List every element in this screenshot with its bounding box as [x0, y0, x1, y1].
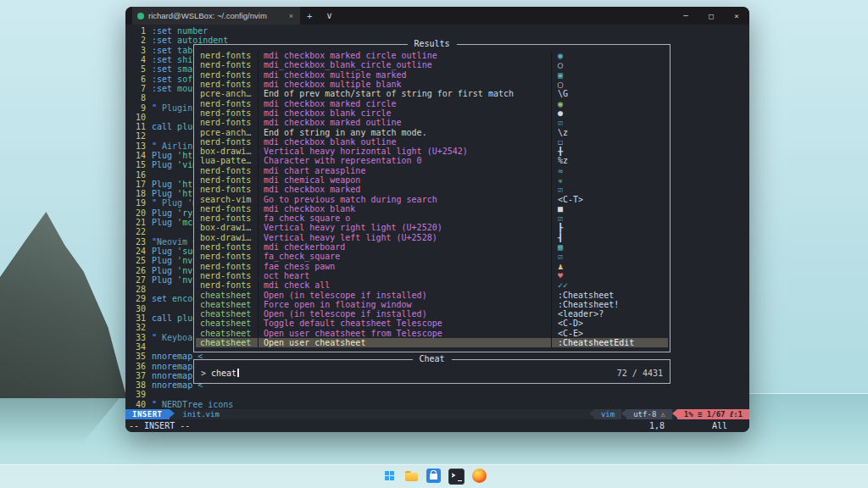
results-row[interactable]: cheatsheetOpen (in telescope if installe… [196, 290, 668, 299]
titlebar[interactable]: richard@WSLBox: ~/.config/nvim × + ∨ ─ □… [125, 7, 749, 25]
results-row[interactable]: search-vimGo to previous match during se… [196, 194, 668, 203]
result-value: ☑ [551, 185, 668, 194]
tab-close-icon[interactable]: × [287, 12, 295, 20]
powerline-separator [170, 409, 175, 418]
line-number: 14 [129, 151, 146, 160]
results-row[interactable]: nerd-fontsfae_chess_pawn♟ [196, 262, 668, 271]
windows-terminal-icon[interactable] [448, 469, 465, 485]
results-row[interactable]: nerd-fontsmdi_check_all✓✓ [196, 280, 668, 290]
results-row[interactable]: nerd-fontsmdi_checkbox_blank_circle_outl… [196, 60, 668, 69]
search-input[interactable]: cheat [211, 369, 236, 378]
result-section: cheatsheet [196, 290, 258, 299]
results-row[interactable]: cheatsheetToggle default cheatsheet Tele… [196, 319, 668, 328]
line-number: 19 [129, 198, 146, 208]
results-row[interactable]: pcre-anch…End of string in any match mod… [196, 127, 668, 136]
results-row[interactable]: nerd-fontsmdi_checkbox_marked_circle_out… [196, 51, 668, 60]
line-number: 5 [129, 64, 146, 74]
line-number: 21 [129, 218, 146, 227]
result-value: ☐ [551, 137, 668, 147]
result-section: nerd-fonts [196, 204, 258, 214]
results-row[interactable]: nerd-fontsfa_check_square_o☑ [196, 214, 668, 223]
editor-line: 40" NERDTree icons [129, 400, 748, 409]
results-row[interactable]: nerd-fontsmdi_chemical_weapon☣ [196, 175, 668, 185]
terminal-tab[interactable]: richard@WSLBox: ~/.config/nvim × [132, 7, 300, 25]
line-number: 31 [129, 313, 146, 323]
results-row[interactable]: nerd-fontsoct_heart♥ [196, 271, 668, 280]
result-section: nerd-fonts [196, 280, 258, 290]
line-number: 28 [129, 285, 146, 294]
results-row[interactable]: nerd-fontsmdi_checkbox_multiple_marked▣ [196, 70, 668, 80]
result-value: ▦ [551, 242, 668, 252]
results-row[interactable]: nerd-fontsmdi_checkbox_multiple_blank▢ [196, 80, 668, 89]
result-section: nerd-fonts [196, 108, 258, 118]
taskbar-icons [382, 469, 487, 485]
result-value: ○ [551, 60, 668, 69]
result-value: <C-D> [551, 319, 668, 328]
match-counter: 72 / 4431 [617, 369, 663, 378]
maximize-button[interactable]: □ [698, 7, 724, 25]
results-row[interactable]: pcre-anch…End of prev match/start of str… [196, 89, 668, 98]
terminal-content[interactable]: 1:set number2:set autoindent3:set tabst4… [125, 25, 749, 432]
result-description: Toggle default cheatsheet Telescope [258, 319, 551, 328]
result-section: box-drawi… [196, 223, 258, 232]
results-row[interactable]: nerd-fontsfa_check_square☑ [196, 252, 668, 261]
results-row[interactable]: cheatsheetOpen user cheatsheet from Tele… [196, 329, 668, 338]
results-row[interactable]: cheatsheetForce open in floating window:… [196, 300, 668, 309]
line-number: 33 [129, 333, 146, 342]
results-row[interactable]: nerd-fontsmdi_checkbox_marked_outline☑ [196, 118, 668, 127]
text-cursor [237, 369, 239, 377]
filetype-segment: vim [594, 409, 621, 419]
result-value: ▢ [551, 80, 668, 89]
result-section: nerd-fonts [196, 60, 258, 69]
firefox-icon[interactable] [472, 469, 487, 483]
results-row[interactable]: box-drawi…Vertical heavy left light (U+2… [196, 233, 668, 242]
result-section: nerd-fonts [196, 137, 258, 147]
result-description: mdi_chart_areaspline [258, 166, 551, 175]
results-row[interactable]: nerd-fontsmdi_checkbox_blank_circle● [196, 108, 668, 118]
minimize-button[interactable]: ─ [673, 7, 698, 25]
results-row[interactable]: cheatsheetOpen (in telescope if installe… [196, 309, 668, 319]
statusline: INSERT init.vim vim utf-8 ⚠ 1% ≡ 1/67 ℓ:… [125, 409, 749, 419]
results-row[interactable]: box-drawi…Vertical heavy horizontal ligh… [196, 147, 668, 156]
tab-title: richard@WSLBox: ~/.config/nvim [148, 11, 283, 20]
result-description: mdi_checkbox_multiple_marked [258, 70, 551, 80]
result-section: nerd-fonts [196, 185, 258, 194]
results-row[interactable]: nerd-fontsmdi_checkbox_blank_outline☐ [196, 137, 668, 147]
result-description: mdi_checkbox_marked_circle_outline [258, 51, 551, 60]
result-description: mdi_checkbox_blank_circle [258, 108, 551, 118]
prompt-window[interactable]: Cheat > cheat 72 / 4431 [193, 359, 670, 384]
close-button[interactable]: × [724, 7, 749, 25]
result-value: ┨ [551, 233, 668, 242]
windows-start-icon[interactable] [382, 469, 397, 483]
result-value: ☑ [551, 118, 668, 127]
line-number: 36 [129, 362, 146, 371]
file-explorer-icon[interactable] [404, 469, 419, 483]
results-row[interactable]: nerd-fontsmdi_checkbox_marked_circle◉ [196, 98, 668, 108]
result-section: cheatsheet [196, 338, 258, 347]
results-row[interactable]: lua-patte…Character with representation … [196, 156, 668, 165]
new-tab-button[interactable]: + [300, 7, 319, 25]
result-description: mdi_checkbox_blank [258, 204, 551, 214]
position-segment: 1% ≡ 1/67 ℓ:1 [677, 409, 749, 419]
microsoft-store-icon[interactable] [426, 469, 441, 483]
results-row[interactable]: nerd-fontsmdi_checkerboard▦ [196, 242, 668, 252]
results-row[interactable]: box-drawi…Vertical heavy right light (U+… [196, 223, 668, 232]
results-row[interactable]: nerd-fontsmdi_checkbox_blank■ [196, 204, 668, 214]
results-row[interactable]: nerd-fontsmdi_checkbox_marked☑ [196, 185, 668, 194]
result-value: ■ [551, 204, 668, 214]
results-row[interactable]: nerd-fontsmdi_chart_areaspline≈ [196, 166, 668, 175]
result-description: Go to previous match during search [258, 194, 551, 203]
result-section: nerd-fonts [196, 98, 258, 108]
tab-dropdown-button[interactable]: ∨ [319, 7, 339, 25]
results-row[interactable]: cheatsheetOpen user cheatsheet:Cheatshee… [196, 338, 668, 347]
line-number: 12 [129, 131, 146, 141]
line-number: 27 [129, 275, 146, 285]
result-value: ♟ [551, 262, 668, 271]
result-value: ♥ [551, 271, 668, 280]
result-value: <C-T> [551, 194, 668, 203]
prompt-title: Cheat [412, 354, 451, 364]
line-number: 26 [129, 266, 146, 275]
result-section: lua-patte… [196, 156, 258, 165]
result-section: nerd-fonts [196, 118, 258, 127]
line-number: 4 [129, 55, 146, 64]
